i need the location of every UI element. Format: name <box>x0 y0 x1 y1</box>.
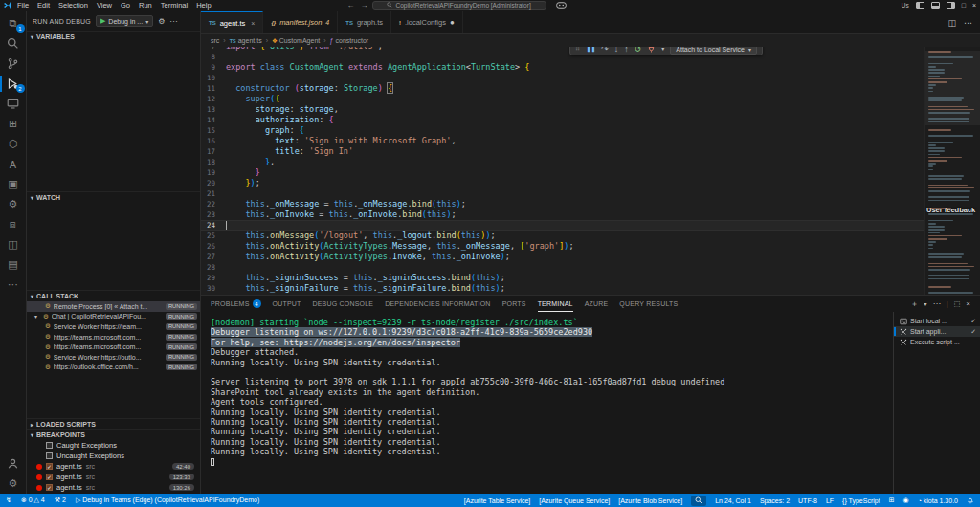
breadcrumb-item-src[interactable]: src <box>211 37 219 44</box>
panel-tab-dependencies-information[interactable]: DEPENDENCIES INFORMATION <box>385 296 490 312</box>
debug-dropdown-chevron[interactable]: ▾ <box>661 47 664 54</box>
cursor-position[interactable]: Ln 24, Col 1 <box>715 497 751 504</box>
line-number[interactable]: 16 <box>201 136 226 146</box>
restart-button[interactable]: ↺ <box>635 47 642 54</box>
remote-explorer-icon[interactable] <box>0 94 27 114</box>
panel-tab-query-results[interactable]: QUERY RESULTS <box>619 296 678 312</box>
containers-icon[interactable]: ▤ <box>0 254 27 275</box>
split-editor-icon[interactable]: ◫ <box>947 18 956 28</box>
line-number[interactable]: 11 <box>201 83 226 94</box>
indentation[interactable]: Spaces: 2 <box>760 497 790 504</box>
terminal-output[interactable]: [nodemon] starting `node --inspect=9239 … <box>201 312 894 494</box>
tools-count[interactable]: ⚒ 2 <box>55 496 66 504</box>
more-views-icon[interactable]: ⋯ <box>0 275 27 295</box>
breakpoints-header[interactable]: ▾ BREAKPOINTS <box>27 430 200 440</box>
line-number[interactable]: 25 <box>201 231 226 241</box>
line-number[interactable]: 24 <box>201 220 226 231</box>
toggle-secondary-sidebar-icon[interactable] <box>947 2 955 9</box>
panel-tab-azure[interactable]: AZURE <box>585 296 609 312</box>
line-number[interactable]: 28 <box>201 262 226 273</box>
menu-selection[interactable]: Selection <box>58 1 88 10</box>
step-over-button[interactable]: ↷ <box>601 47 609 54</box>
search-icon[interactable] <box>0 33 27 54</box>
terminal-list-item[interactable]: Execute script ... <box>894 337 980 347</box>
copilot-chat-icon[interactable]: ⬡ <box>0 134 27 154</box>
forward-icon[interactable]: → <box>361 1 368 10</box>
call-stack-item[interactable]: ⚙https://teams.microsoft.com...RUNNING <box>27 332 200 342</box>
language-mode[interactable]: {} TypeScript <box>842 497 880 504</box>
line-number[interactable]: 17 <box>201 146 226 157</box>
toggle-panel-icon[interactable] <box>931 2 940 9</box>
breadcrumb-item-constructor[interactable]: ƒconstructor <box>330 37 369 44</box>
tab-agent.ts[interactable]: TSagent.ts× <box>201 11 263 33</box>
menu-edit[interactable]: Edit <box>37 1 50 10</box>
breadcrumb-item-CustomAgent[interactable]: ❖CustomAgent <box>272 37 320 45</box>
menu-view[interactable]: View <box>97 1 112 10</box>
layout-indicator[interactable]: ⊞ <box>889 496 895 504</box>
settings-gear-icon[interactable]: ⚙ <box>0 474 27 494</box>
window-close-button[interactable]: × <box>972 2 976 9</box>
terminal-list-item[interactable]: Start appli...✓ <box>894 326 980 337</box>
debug-config-dropdown[interactable]: ▶ Debug in ... ▾ <box>96 15 153 27</box>
breakpoint-row[interactable]: ✓agent.tssrc130:26 <box>27 482 200 493</box>
encoding[interactable]: UTF-8 <box>798 497 817 504</box>
line-number[interactable]: 12 <box>201 94 226 104</box>
step-out-button[interactable]: ↑ <box>624 47 629 54</box>
extensions-icon[interactable]: ⊞ <box>0 114 27 134</box>
panel-tab-terminal[interactable]: TERMINAL <box>538 296 573 312</box>
eol[interactable]: LF <box>826 497 834 504</box>
unsaved-dot-icon[interactable]: ● <box>450 18 455 27</box>
panel-tab-problems[interactable]: PROBLEMS4 <box>211 296 261 312</box>
back-icon[interactable]: ← <box>347 1 355 10</box>
azurite-table-service[interactable]: [Azurite Table Service] <box>464 497 531 504</box>
azure-icon[interactable]: A <box>0 154 27 174</box>
call-stack-header[interactable]: ▾ CALL STACK <box>27 291 200 301</box>
line-number[interactable]: 18 <box>201 157 226 167</box>
menu-run[interactable]: Run <box>139 1 152 10</box>
line-number[interactable]: 22 <box>201 199 226 209</box>
breakpoint-row[interactable]: ✓agent.tssrc42:40 <box>27 461 200 472</box>
call-stack-item[interactable]: ⚙Service Worker https://outlo...RUNNING <box>27 352 200 363</box>
tab-manifest.json[interactable]: {}manifest.json4 <box>263 11 338 33</box>
panel-tab-output[interactable]: OUTPUT <box>273 296 301 312</box>
toolbar-grip-icon[interactable]: ⠿ <box>575 47 580 53</box>
panel-more-actions-icon[interactable]: ⋯ <box>933 299 941 308</box>
checkbox[interactable] <box>46 442 53 449</box>
source-control-icon[interactable] <box>0 54 27 74</box>
line-number[interactable]: 19 <box>201 167 226 178</box>
exception-breakpoint-row[interactable]: Caught Exceptions <box>27 440 200 451</box>
close-panel-icon[interactable]: × <box>966 299 970 308</box>
search-indicator[interactable] <box>691 496 706 506</box>
checkbox-checked[interactable]: ✓ <box>46 463 53 470</box>
breadcrumb-item-agent.ts[interactable]: TSagent.ts <box>230 37 262 44</box>
pause-button[interactable]: ❚❚ <box>586 47 595 54</box>
notifications-bell[interactable] <box>967 496 974 504</box>
line-number[interactable]: 14 <box>201 115 226 125</box>
window-restore-button[interactable]: □ <box>962 2 966 9</box>
run-and-debug-icon[interactable]: 2 <box>0 74 27 94</box>
variables-header[interactable]: ▾ VARIABLES <box>27 32 200 42</box>
copilot-icon[interactable] <box>556 2 567 9</box>
line-number[interactable]: 13 <box>201 104 226 115</box>
profile-label[interactable]: Us <box>902 2 909 9</box>
line-number[interactable]: 20 <box>201 178 226 188</box>
editor-more-actions-icon[interactable]: ⋯ <box>964 18 972 28</box>
call-stack-item[interactable]: ⚙https://outlook.office.com/h...RUNNING <box>27 363 200 373</box>
problems-summary[interactable]: ⊗ 0 △ 4 <box>21 496 45 504</box>
live-preview-icon[interactable]: ◫ <box>0 234 27 254</box>
line-number[interactable]: 29 <box>201 273 226 283</box>
step-into-button[interactable]: ↓ <box>614 47 619 54</box>
menu-help[interactable]: Help <box>196 1 211 10</box>
start-debug-icon[interactable]: ▶ <box>100 17 105 25</box>
attach-target-dropdown[interactable]: Attach to Local Service ▾ <box>670 47 757 55</box>
command-center[interactable]: CopilotRetrievalAPIFoundryDemo [Administ… <box>372 1 546 10</box>
line-number[interactable]: 26 <box>201 241 226 252</box>
line-number[interactable]: 27 <box>201 252 226 262</box>
close-tab-icon[interactable]: × <box>251 20 255 27</box>
azurite-queue-service[interactable]: [Azurite Queue Service] <box>539 497 610 504</box>
minimap[interactable]: User feedback <box>924 47 980 295</box>
m365-toolkit-icon[interactable]: ▣ <box>0 174 27 194</box>
line-number[interactable]: 21 <box>201 188 226 199</box>
checkbox-checked[interactable]: ✓ <box>46 474 53 480</box>
exception-breakpoint-row[interactable]: Uncaught Exceptions <box>27 451 200 461</box>
